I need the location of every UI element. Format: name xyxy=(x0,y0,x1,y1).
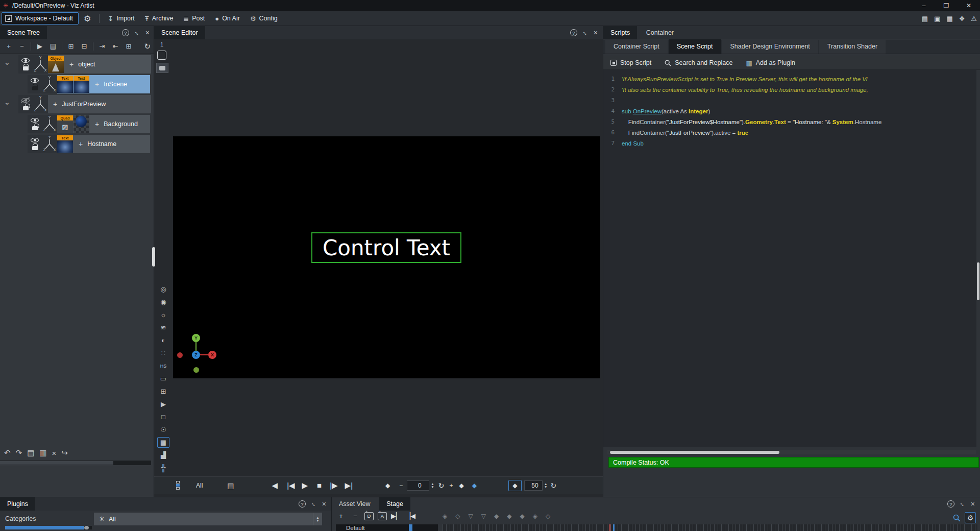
scene-tree-hscrollbar[interactable] xyxy=(0,461,151,465)
eye-icon[interactable] xyxy=(21,58,30,63)
directors-all-label[interactable]: All xyxy=(196,482,203,489)
code-line[interactable]: 1'If AlwaysRunPreviewScript is set to Tr… xyxy=(603,74,976,84)
keyframe-path2-icon[interactable]: ◆ xyxy=(507,513,511,520)
axis-icon[interactable]: YZX xyxy=(33,55,48,73)
thumbnail-globe[interactable] xyxy=(74,115,89,133)
rectangle-icon[interactable]: □ xyxy=(157,412,169,422)
gizmo-x-handle[interactable]: X xyxy=(208,351,216,359)
stage-track-default[interactable]: Default xyxy=(336,524,438,531)
lock-icon[interactable] xyxy=(32,146,38,150)
keyframe-move-icon[interactable]: ◈ xyxy=(443,513,447,520)
config-button[interactable]: ⚙Config xyxy=(245,12,283,25)
loop-icon[interactable]: ↻ xyxy=(438,481,445,490)
title-area-icon[interactable]: ▭ xyxy=(157,373,169,384)
add-as-plugin-button[interactable]: ▦Add as Plugin xyxy=(746,59,795,67)
eye-hidden-icon[interactable] xyxy=(21,98,30,103)
jump-next-icon[interactable]: ▶▏ xyxy=(391,511,401,521)
code-line[interactable]: 7end Sub xyxy=(603,138,976,149)
close-button[interactable]: ✕ xyxy=(958,0,980,11)
delete-container[interactable]: − xyxy=(16,41,28,52)
code-line[interactable]: 3 xyxy=(603,95,976,106)
code-line[interactable]: 4sub OnPreview(active As Integer) xyxy=(603,106,976,116)
close-icon[interactable]: × xyxy=(971,500,975,508)
import-button[interactable]: ↧Import xyxy=(103,12,139,25)
close-icon[interactable]: × xyxy=(594,29,598,37)
axis-icon[interactable]: YZX xyxy=(42,115,57,132)
tree-row-JustForPreview[interactable]: ⌄YZX+JustForPreview xyxy=(0,95,154,113)
axis-icon[interactable]: YZX xyxy=(42,75,57,92)
bulb-icon[interactable]: ☉ xyxy=(157,424,169,435)
eye-icon[interactable] xyxy=(31,138,39,142)
on-air-button[interactable]: ●On Air xyxy=(210,12,245,25)
next-keyframe-icon[interactable]: ◆ xyxy=(459,482,463,489)
scene-editor-tab[interactable]: Scene Editor xyxy=(154,26,205,39)
code-hscrollbar[interactable] xyxy=(607,450,976,454)
selected-text-bounds[interactable]: Control Text xyxy=(311,232,461,263)
save-as-icon[interactable]: ▥ xyxy=(39,448,46,457)
keyframe-path3-icon[interactable]: ◆ xyxy=(520,513,524,520)
chevron-down-icon[interactable]: ⌄ xyxy=(4,98,10,106)
tree-row-Background[interactable]: YZXQuad▨+Background xyxy=(0,115,154,133)
track-slider-icon[interactable] xyxy=(176,481,180,490)
save-icon[interactable]: ▤ xyxy=(27,448,34,457)
axis-icon[interactable]: YZX xyxy=(42,135,57,152)
close-icon[interactable]: × xyxy=(145,29,150,37)
step-forward-button[interactable]: |▶ xyxy=(330,481,337,490)
frame-spinner[interactable]: ▲▼ xyxy=(431,482,434,489)
help-icon[interactable]: ? xyxy=(570,29,577,36)
refresh-icon[interactable]: ↻ xyxy=(550,481,556,490)
tab-stage[interactable]: Stage xyxy=(379,497,410,511)
expand-icon[interactable]: ↔ xyxy=(133,28,142,37)
tab-container-script[interactable]: Container Script xyxy=(605,39,668,54)
contrast-icon[interactable]: ◐ xyxy=(157,335,169,346)
add-director-icon[interactable]: D xyxy=(364,512,374,520)
workspace-button[interactable]: Workspace - Default xyxy=(2,12,79,25)
lock-open-icon[interactable] xyxy=(32,126,38,130)
keyframe-delete-icon[interactable]: ◇ xyxy=(455,513,460,520)
performance-icon[interactable]: ▟ xyxy=(157,450,169,461)
add-icon[interactable]: + xyxy=(336,511,346,521)
code-line[interactable]: 2'It also sets the container visibility … xyxy=(603,84,976,95)
keyframe-spread-icon[interactable]: ◇ xyxy=(546,513,550,520)
send-icon[interactable]: ▶ xyxy=(34,41,45,52)
thumbnail-object[interactable]: Object xyxy=(48,56,64,73)
move-left-icon[interactable]: ⇤ xyxy=(110,41,121,52)
stage-timeline[interactable] xyxy=(443,524,977,531)
axis-icon[interactable]: YZX xyxy=(33,95,48,112)
close-icon[interactable]: × xyxy=(322,500,326,508)
timeline-cursor-red[interactable] xyxy=(609,524,610,531)
plugins-tab[interactable]: Plugins xyxy=(0,497,35,511)
frame-counter-input[interactable]: 0 xyxy=(407,480,429,491)
clear-icon[interactable]: × xyxy=(52,449,57,457)
console-icon[interactable]: ▤ xyxy=(922,15,928,22)
warning-icon[interactable]: ⚠ xyxy=(971,15,977,22)
keyframe-down-icon[interactable]: ▽ xyxy=(468,513,473,520)
snap-icon[interactable]: ❖ xyxy=(959,15,965,22)
help-icon[interactable]: ? xyxy=(947,500,954,508)
thumbnail-quad[interactable]: Quad▨ xyxy=(57,115,73,133)
add-group-icon[interactable]: ⊞ xyxy=(123,41,134,52)
stop-script-button[interactable]: Stop Script xyxy=(610,59,651,66)
decrement-button[interactable]: − xyxy=(399,482,403,489)
current-keyframe-icon[interactable]: ◆ xyxy=(472,482,477,489)
tree-row-Hostname[interactable]: YZXText+Hostname xyxy=(0,135,154,153)
undo-icon[interactable]: ↶ xyxy=(4,448,11,457)
lock-icon[interactable] xyxy=(32,86,38,90)
go-start-button[interactable]: |◀ xyxy=(287,481,295,490)
expand-icon[interactable]: ↔ xyxy=(581,28,590,37)
camera-icon[interactable]: ◉ xyxy=(157,297,169,307)
remove-icon[interactable]: − xyxy=(350,511,360,521)
gizmo-z-handle[interactable]: Z xyxy=(192,351,200,359)
add-container[interactable]: + xyxy=(3,41,14,52)
redo-icon[interactable]: ↷ xyxy=(16,448,22,457)
minimize-button[interactable]: – xyxy=(913,0,935,11)
thumbnail-text[interactable]: Text xyxy=(57,135,73,153)
center-view-icon[interactable]: ⊞ xyxy=(157,386,169,397)
code-line[interactable]: 5 FindContainer("JustForPreview$Hostname… xyxy=(603,116,976,127)
light-eye-icon[interactable]: ☼ xyxy=(157,309,169,320)
workspace-settings-button[interactable]: ⚙ xyxy=(79,12,96,25)
tab-asset-view[interactable]: Asset View xyxy=(332,497,378,511)
archive-button[interactable]: ŦArchive xyxy=(140,12,179,25)
help-icon[interactable]: ? xyxy=(299,500,306,508)
tab-container[interactable]: Container xyxy=(639,26,681,39)
